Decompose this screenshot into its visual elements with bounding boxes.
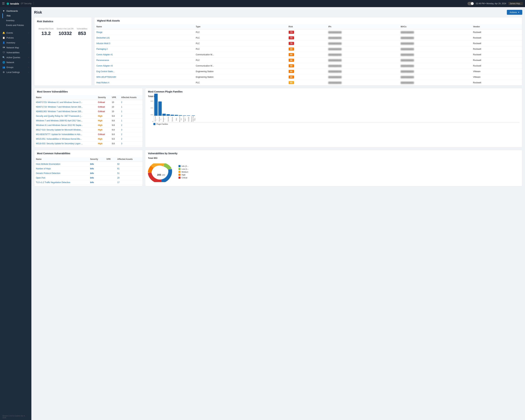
bar bbox=[179, 115, 182, 116]
vuln-name-link[interactable]: Number of Hops bbox=[36, 168, 51, 170]
asset-name-link[interactable]: Comm Adapter #3 bbox=[96, 65, 113, 67]
asset-name-link[interactable]: Packaging 2 bbox=[96, 48, 108, 50]
vuln-name-link[interactable]: Windows 8.1 and Windows Server 2012 R2 S… bbox=[36, 124, 83, 126]
vuln-assets-link[interactable]: 20 bbox=[117, 177, 120, 179]
sidebar-item-vulnerabilities[interactable]: 🛡Vulnerabilities bbox=[0, 50, 31, 55]
asset-macs: ██████████ bbox=[399, 52, 471, 57]
vuln-name-link[interactable]: Generic Protocol Detection bbox=[36, 172, 60, 174]
vuln-assets-link[interactable]: 2 bbox=[121, 101, 122, 103]
vuln-assets-link[interactable]: 1 bbox=[121, 106, 122, 108]
table-row: Rouge PLC 73 ██████████ ██████████ Rockw… bbox=[94, 29, 522, 35]
risk-badge: 68 bbox=[289, 64, 294, 67]
most-severe-card: Most Severe Vulnerabilities NameSeverity… bbox=[34, 88, 143, 148]
sidebar-item-policies[interactable]: 📋Policies bbox=[0, 35, 31, 40]
sev-label: Critical bbox=[182, 177, 187, 179]
asset-name-link[interactable]: DeviceNet L81 bbox=[96, 37, 110, 39]
bar bbox=[158, 102, 162, 116]
vuln-name-link[interactable]: Windows 7 and Windows 2008 R2 April 2017… bbox=[36, 120, 82, 122]
vuln-assets-link[interactable]: 17 bbox=[117, 181, 120, 184]
avg-risk-stat: Average Risk Score 13.2 bbox=[38, 28, 54, 36]
logo-sub: OT Security bbox=[21, 2, 32, 5]
sidebar-dashboards-label: Dashboards bbox=[6, 10, 29, 12]
vuln-assets-link[interactable]: 1 bbox=[121, 110, 122, 113]
asset-name-link[interactable]: Perseverance bbox=[96, 59, 109, 61]
vuln-assets-link[interactable]: 2 bbox=[121, 133, 122, 136]
vuln-name-link[interactable]: KB4601363: Windows 7 and Windows Server … bbox=[36, 110, 83, 113]
theme-toggle[interactable] bbox=[468, 2, 474, 5]
vuln-name-link[interactable]: Security and Quality Rollup for .NET Fra… bbox=[36, 115, 82, 117]
asset-vendor: Rockwell bbox=[471, 35, 522, 41]
vuln-assets-link[interactable]: 3 bbox=[121, 142, 122, 145]
asset-macs: ██████████ bbox=[399, 80, 471, 85]
vuln-vpr bbox=[105, 176, 116, 180]
vuln-name-link[interactable]: MS.KB3079777: Update for Vulnerabilities… bbox=[36, 133, 82, 136]
asset-ips: ██████████ bbox=[326, 74, 399, 80]
vuln-assets-link[interactable]: 51 bbox=[117, 172, 120, 174]
asset-macs: ██████████ bbox=[399, 63, 471, 69]
vuln-name-link[interactable]: Host Attribute Enumeration bbox=[36, 163, 60, 165]
svg-text:193: 193 bbox=[162, 174, 165, 176]
user-info: James Hop... bbox=[508, 2, 523, 5]
vuln-assets-link[interactable]: 2 bbox=[121, 115, 122, 117]
sidebar-item-events[interactable]: 🔔Events› bbox=[0, 30, 31, 35]
vuln-name-link[interactable]: KB4571719: Windows 7 and Windows Server … bbox=[36, 106, 83, 108]
sidebar-item-groups[interactable]: 👥Groups› bbox=[0, 65, 31, 70]
sidebar-item-risk[interactable]: Risk bbox=[2, 13, 31, 18]
sidebar-item-active-queries[interactable]: 🔍Active Queries› bbox=[0, 55, 31, 60]
asset-name-link[interactable]: WIN-UEUPT5DGA0H bbox=[96, 76, 116, 78]
table-row: Comm Adapter #1 Communication M... 68 ██… bbox=[94, 52, 522, 57]
asset-name-link[interactable]: Rouge bbox=[96, 31, 102, 33]
asset-name-link[interactable]: Eng Control Statio... bbox=[96, 70, 114, 73]
asset-type: PLC bbox=[194, 29, 287, 35]
asset-ips: ██████████ bbox=[326, 29, 399, 35]
asset-macs: ██████████ bbox=[399, 46, 471, 52]
vuln-assets-link[interactable]: 1 bbox=[121, 120, 122, 122]
bar-label: Generic bbox=[171, 116, 173, 122]
y-axis-label: 200 bbox=[148, 114, 153, 116]
sidebar-item-inventory[interactable]: Inventory bbox=[2, 18, 31, 23]
vuln-row: Open Port Info 20 bbox=[34, 176, 142, 180]
events-value: 10332 bbox=[57, 31, 74, 36]
vuln-row: Number of Hops Info 61 bbox=[34, 167, 142, 171]
arrow-icon: › bbox=[28, 71, 29, 73]
plugin-total: Total 836 bbox=[148, 95, 519, 98]
vuln-assets-link[interactable]: 2 bbox=[121, 138, 122, 140]
sidebar-item-inventory-nav[interactable]: 👤Inventory› bbox=[0, 40, 31, 45]
asset-name-link[interactable]: Infusion Mold 3 bbox=[96, 42, 110, 45]
avg-risk-value: 13.2 bbox=[38, 31, 54, 36]
most-common-table: NameSeverityVPRAffected Assets Host Attr… bbox=[34, 157, 142, 185]
y-axis-label: 0 bbox=[148, 121, 153, 122]
sidebar-item-network-map[interactable]: 🗺Network Map bbox=[0, 45, 31, 50]
vuln-row: KB4571719: Windows 7 and Windows Server … bbox=[34, 105, 142, 109]
asset-macs: ██████████ bbox=[399, 69, 471, 74]
vuln-name-link[interactable]: MS15-051: Vulnerabilities in Windows Ker… bbox=[36, 138, 82, 140]
vulns-label: Vulnerabilities bbox=[77, 28, 87, 30]
vuln-assets-link[interactable]: 62 bbox=[117, 163, 120, 165]
asset-type: Engineering Station bbox=[194, 69, 287, 74]
vuln-name-link[interactable]: Open Port bbox=[36, 177, 45, 179]
sidebar-item-local-settings[interactable]: ⚙Local Settings› bbox=[0, 70, 31, 75]
hamburger-icon[interactable]: ☰ bbox=[2, 2, 5, 5]
asset-name-link[interactable]: Heat Rollers 4 bbox=[96, 82, 109, 84]
vuln-row: KB4601363: Windows 7 and Windows Server … bbox=[34, 109, 142, 114]
stats-row: Average Risk Score 13.2 Events in the La… bbox=[37, 28, 89, 36]
sidebar-item-network[interactable]: 🌐Network› bbox=[0, 60, 31, 65]
vuln-name-link[interactable]: MS17-010: Security Update for Microsoft … bbox=[36, 129, 82, 131]
asset-name-link[interactable]: Comm Adapter #1 bbox=[96, 54, 113, 56]
sidebar: ▼ Dashboards Risk Inventory Events and P… bbox=[0, 7, 31, 420]
actions-button[interactable]: Actions ▼ bbox=[507, 10, 522, 15]
vuln-assets-link[interactable]: 3 bbox=[121, 129, 122, 131]
vuln-assets-link[interactable]: 61 bbox=[117, 168, 120, 170]
vuln-name-link[interactable]: MS16-032: Security Update for Secondary … bbox=[36, 142, 83, 145]
vuln-row: Host Attribute Enumeration Info 62 bbox=[34, 162, 142, 167]
vuln-severity: Critical bbox=[96, 109, 110, 114]
vuln-name-link[interactable]: KB4571723: Windows 8.1 and Windows Serve… bbox=[36, 101, 82, 103]
vuln-vpr: 9.8 bbox=[110, 132, 120, 137]
sidebar-item-events-policies[interactable]: Events and Policies bbox=[2, 23, 31, 28]
sidebar-item-dashboards[interactable]: ▼ Dashboards bbox=[0, 9, 31, 13]
col-type: Type bbox=[194, 24, 287, 29]
vuln-name-link[interactable]: TLS v1.2 Traffic Negotiation Detection bbox=[36, 181, 70, 184]
risk-assets-table: NameTypeRiskIPsMACsVendor Rouge PLC 73 █… bbox=[94, 24, 522, 85]
vuln-assets-link[interactable]: 2 bbox=[121, 124, 122, 126]
asset-type: PLC bbox=[194, 41, 287, 46]
